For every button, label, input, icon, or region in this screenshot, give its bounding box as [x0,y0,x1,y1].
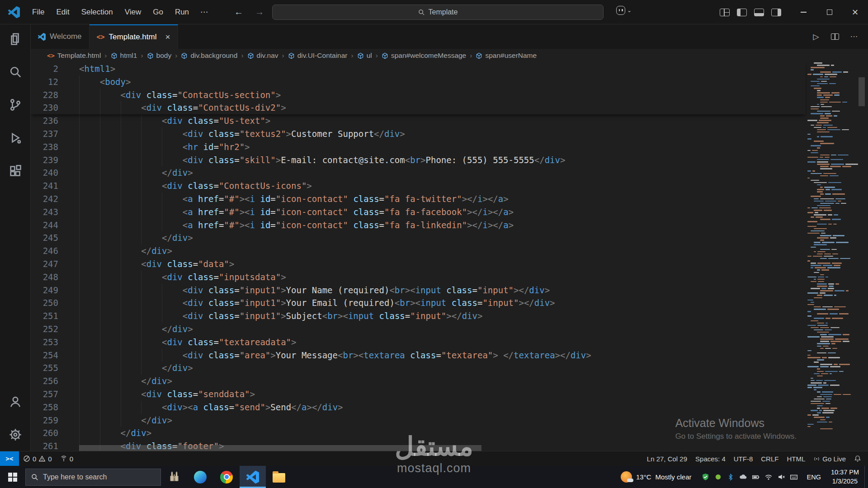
code-line-255[interactable]: 255</div> [31,361,806,375]
line-number[interactable]: 249 [31,284,58,297]
onedrive-cloud-icon[interactable] [738,471,749,483]
breadcrumb-file[interactable]: <> Template.html [47,52,101,60]
language-indicator[interactable]: ENG [802,474,826,481]
indentation-button[interactable]: Spaces: 4 [691,451,730,466]
breadcrumb-item-div.UI-Containar[interactable]: div.UI-Containar [288,52,348,60]
volume-mute-icon[interactable] [776,471,787,483]
code-line-240[interactable]: 240</div> [31,166,806,179]
code-line-243[interactable]: 243<a href="#"><i id="icon-contact" clas… [31,206,806,219]
forward-button[interactable]: → [255,7,264,17]
minimap[interactable] [806,62,853,451]
code-line-245[interactable]: 245</div> [31,231,806,244]
toggle-sidebar-icon[interactable] [737,9,747,16]
status-dot-icon[interactable] [712,471,724,483]
line-number[interactable]: 246 [31,244,58,258]
sidebar-item-search[interactable] [5,61,26,83]
line-number[interactable]: 240 [31,166,58,179]
antivirus-shield-icon[interactable] [700,471,711,483]
start-button[interactable] [0,466,25,488]
go-live-button[interactable]: Go Live [809,451,850,466]
taskbar-app-chrome[interactable] [213,466,240,488]
copilot-button[interactable]: ⌄ [616,6,632,15]
code-line-251[interactable]: 251<div class="input1">Subject<br><input… [31,310,806,323]
sidebar-item-extensions[interactable] [5,160,26,182]
line-number[interactable]: 261 [31,440,58,451]
language-mode-button[interactable]: HTML [783,451,809,466]
customize-layout-icon[interactable] [720,9,730,16]
code-line-249[interactable]: 249<div class="input1">Your Name (requir… [31,284,806,297]
line-number[interactable]: 2 [31,62,58,75]
problems-button[interactable]: 0 0 [19,451,56,466]
breadcrumb-item-html1[interactable]: html1 [111,52,137,60]
line-number[interactable]: 237 [31,127,58,141]
remote-indicator-button[interactable]: >< [0,451,19,466]
battery-icon[interactable] [750,471,762,483]
bluetooth-icon[interactable] [725,471,736,483]
code-line-12[interactable]: 12<body> [31,75,806,89]
menu-item-edit[interactable]: Edit [50,0,75,24]
vertical-scrollbar[interactable] [859,77,865,106]
weather-widget[interactable]: 13°C Mostly clear [615,466,697,488]
tab-close-icon[interactable]: × [165,32,170,42]
breadcrumb-item-span#userName[interactable]: span#userName [476,52,537,60]
menu-overflow-button[interactable]: ⋯ [195,7,213,17]
accounts-button[interactable] [5,391,26,413]
code-line-250[interactable]: 250<div class="input1">Your Email (requi… [31,296,806,310]
code-line-248[interactable]: 248<div class="inputsdata"> [31,271,806,284]
code-line-239[interactable]: 239<div class="skill">E-mail: contact@si… [31,154,806,167]
line-number[interactable]: 258 [31,401,58,414]
back-button[interactable]: ← [234,7,243,17]
taskbar-app-edge[interactable] [187,466,213,488]
line-number[interactable]: 250 [31,296,58,310]
line-number[interactable]: 259 [31,414,58,427]
menu-item-run[interactable]: Run [169,0,195,24]
line-number[interactable]: 241 [31,179,58,192]
minimize-button[interactable] [791,0,816,24]
menu-item-view[interactable]: View [119,0,147,24]
code-line-230[interactable]: 230<div class="ContactUs-div2"> [31,101,806,114]
line-number[interactable]: 251 [31,310,58,323]
touch-keyboard-icon[interactable] [788,471,800,483]
line-number[interactable]: 238 [31,141,58,154]
breadcrumb-item-div.background[interactable]: div.background [181,52,237,60]
line-number[interactable]: 260 [31,427,58,440]
taskbar-clock[interactable]: 10:37 PM 1/3/2025 [826,468,864,486]
code-line-253[interactable]: 253<div class="textareadata"> [31,336,806,349]
sidebar-item-run-debug[interactable] [5,127,26,149]
sidebar-item-explorer[interactable] [5,28,26,50]
code-line-228[interactable]: 228<div class="ContactUs-section"> [31,89,806,102]
horizontal-scrollbar[interactable] [79,445,481,451]
line-number[interactable]: 228 [31,89,58,102]
ports-button[interactable]: 0 [56,451,77,466]
line-number[interactable]: 248 [31,271,58,284]
tab-template-html[interactable]: <> Template.html × [90,24,178,49]
editor-more-actions-button[interactable]: ··· [846,29,862,44]
code-line-247[interactable]: 247<div class="data"> [31,258,806,271]
encoding-button[interactable]: UTF-8 [730,451,757,466]
code-line-237[interactable]: 237<div class="textus2">Customer Support… [31,127,806,141]
menu-item-file[interactable]: File [26,0,50,24]
code-line-260[interactable]: 260</div> [31,427,806,440]
line-number[interactable]: 243 [31,206,58,219]
close-button[interactable]: × [842,0,868,24]
line-number[interactable]: 256 [31,375,58,388]
maximize-button[interactable] [816,0,842,24]
line-number[interactable]: 252 [31,323,58,336]
code-line-236[interactable]: 236<div class="Us-text"> [31,114,806,127]
breadcrumb-item-body[interactable]: body [147,52,172,60]
line-number[interactable]: 253 [31,336,58,349]
code-line-254[interactable]: 254<div class="area">Your Message<br><te… [31,349,806,362]
line-number[interactable]: 257 [31,388,58,401]
code-line-258[interactable]: 258<div><a class="send">Send</a></div> [31,401,806,414]
notifications-button[interactable] [850,451,865,466]
line-number[interactable]: 254 [31,349,58,362]
toggle-secondary-sidebar-icon[interactable] [771,9,781,16]
wifi-icon[interactable] [763,471,774,483]
code-line-252[interactable]: 252</div> [31,323,806,336]
line-number[interactable]: 12 [31,75,58,89]
code-line-246[interactable]: 246</div> [31,244,806,258]
breadcrumb-item-span#welcomeMessage[interactable]: span#welcomeMessage [382,52,466,60]
command-center-search[interactable]: Template [272,5,604,20]
line-number[interactable]: 247 [31,258,58,271]
code-line-241[interactable]: 241<div class="ContactUs-icons"> [31,179,806,192]
